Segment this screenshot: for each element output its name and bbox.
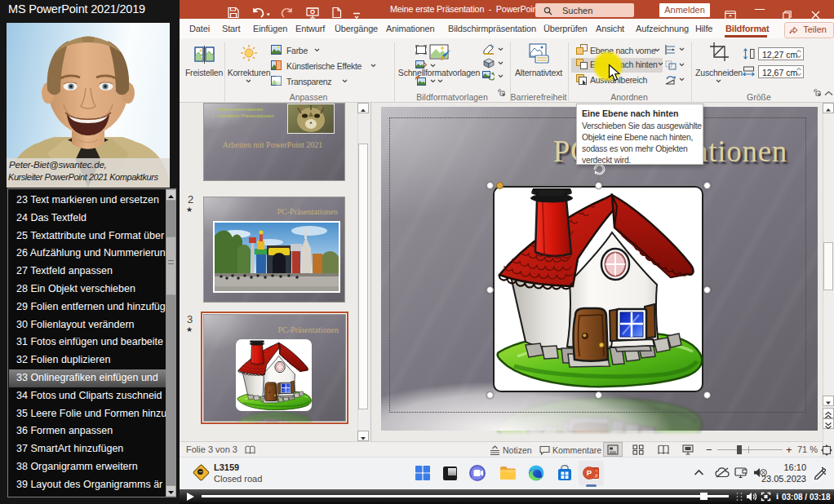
svg-text:P: P [587,468,592,477]
